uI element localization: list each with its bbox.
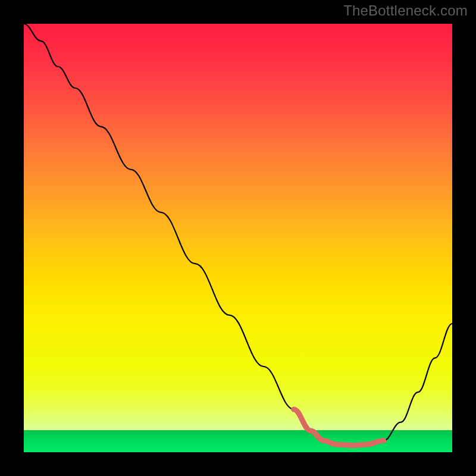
curve-layer [24, 24, 452, 452]
highlight-segment [294, 409, 384, 445]
bottleneck-curve [24, 24, 452, 445]
plot-frame [24, 24, 452, 452]
watermark-text: TheBottleneck.com [343, 2, 468, 19]
